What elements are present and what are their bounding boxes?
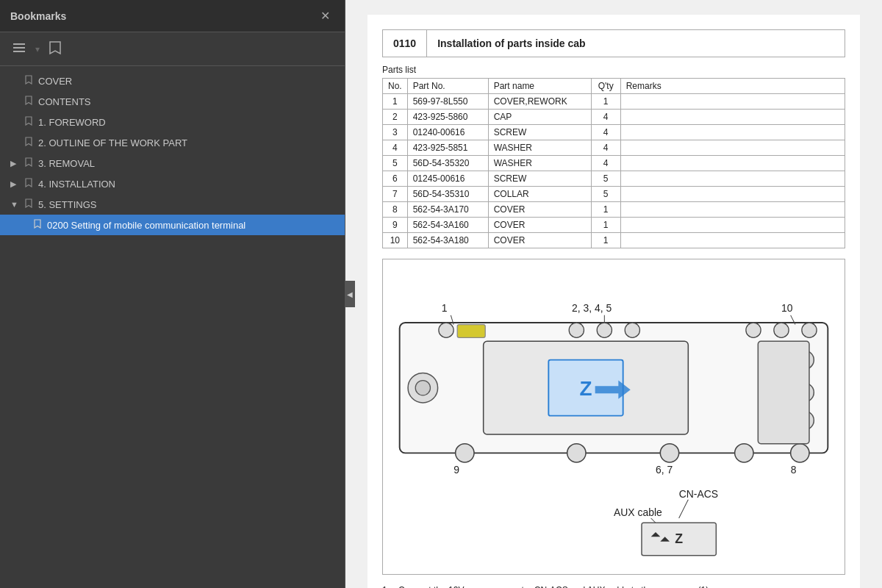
table-cell: COVER bbox=[488, 218, 591, 233]
svg-point-15 bbox=[439, 323, 453, 337]
table-row: 8562-54-3A170COVER1 bbox=[383, 202, 845, 218]
table-row: 301240-00616SCREW4 bbox=[383, 125, 845, 140]
table-cell bbox=[620, 156, 845, 171]
svg-rect-16 bbox=[457, 325, 485, 338]
table-cell: COVER,REWORK bbox=[488, 94, 591, 110]
table-cell: 4 bbox=[383, 140, 408, 156]
svg-rect-1 bbox=[13, 47, 25, 49]
svg-point-17 bbox=[569, 323, 584, 337]
sidebar-toolbar: ▾ bbox=[0, 32, 345, 66]
sidebar-item-label-cover: COVER bbox=[38, 76, 72, 87]
sidebar-item-label-installation: 4. INSTALLATION bbox=[38, 179, 115, 190]
table-cell bbox=[620, 233, 845, 248]
diagram-label-10: 10 bbox=[781, 302, 793, 314]
table-cell: 1 bbox=[591, 94, 620, 110]
table-cell: COVER bbox=[488, 233, 591, 248]
svg-point-24 bbox=[791, 444, 809, 462]
diagram-label-cnacs: CN-ACS bbox=[679, 488, 718, 500]
table-cell: WASHER bbox=[488, 156, 591, 171]
bookmark-icon-installation bbox=[25, 178, 32, 190]
document-section: 0110 Installation of parts inside cab Pa… bbox=[368, 15, 860, 588]
parts-diagram: Z bbox=[390, 267, 837, 564]
sidebar-item-foreword[interactable]: 1. FOREWORD bbox=[0, 112, 345, 132]
bookmark-icon-cover bbox=[25, 75, 32, 87]
col-header-remarks: Remarks bbox=[620, 79, 845, 94]
table-row: 4423-925-5851WASHER4 bbox=[383, 140, 845, 156]
expand-spacer bbox=[10, 76, 21, 85]
table-cell: 01245-00616 bbox=[407, 171, 488, 187]
section-header: 0110 Installation of parts inside cab bbox=[382, 29, 845, 57]
sidebar-item-label-removal: 3. REMOVAL bbox=[38, 158, 95, 169]
parts-table-body: 1569-97-8L550COVER,REWORK12423-925-5860C… bbox=[383, 94, 845, 248]
table-cell: 56D-54-35320 bbox=[407, 156, 488, 171]
instruction-item: 1.Connect the 12V power connector CN-ACS… bbox=[382, 585, 845, 588]
expand-settings[interactable]: ▼ bbox=[10, 200, 21, 209]
col-header-partname: Part name bbox=[488, 79, 591, 94]
table-cell: 1 bbox=[591, 233, 620, 248]
table-cell: COLLAR bbox=[488, 187, 591, 202]
svg-point-12 bbox=[746, 323, 761, 337]
expand-spacer-2 bbox=[10, 97, 21, 106]
bookmark-icon-contents bbox=[25, 96, 32, 107]
sidebar-item-label-contents: CONTENTS bbox=[38, 96, 91, 107]
sidebar-content: COVER CONTENTS 1. FOREWORD 2. OUTLINE OF bbox=[0, 66, 345, 588]
sidebar-item-installation[interactable]: ▶ 4. INSTALLATION bbox=[0, 173, 345, 194]
diagram-label-9: 9 bbox=[453, 464, 459, 476]
table-cell: 423-925-5851 bbox=[407, 140, 488, 156]
sidebar-item-label-settings: 5. SETTINGS bbox=[38, 199, 96, 210]
sidebar-item-outline[interactable]: 2. OUTLINE OF THE WORK PART bbox=[0, 132, 345, 153]
table-cell bbox=[620, 187, 845, 202]
main-content: 0110 Installation of parts inside cab Pa… bbox=[345, 0, 882, 588]
col-header-no: No. bbox=[383, 79, 408, 94]
sidebar-item-removal[interactable]: ▶ 3. REMOVAL bbox=[0, 153, 345, 173]
table-cell: 4 bbox=[591, 156, 620, 171]
table-cell: 562-54-3A160 bbox=[407, 218, 488, 233]
instruction-list: 1.Connect the 12V power connector CN-ACS… bbox=[382, 585, 845, 588]
table-cell: SCREW bbox=[488, 171, 591, 187]
table-row: 1569-97-8L550COVER,REWORK1 bbox=[383, 94, 845, 110]
table-cell: 10 bbox=[383, 233, 408, 248]
sidebar-item-cover[interactable]: COVER bbox=[0, 71, 345, 91]
sidebar-item-label-outline: 2. OUTLINE OF THE WORK PART bbox=[38, 137, 187, 148]
table-cell: 56D-54-35310 bbox=[407, 187, 488, 202]
diagram-label-8: 8 bbox=[791, 464, 797, 476]
expand-installation[interactable]: ▶ bbox=[10, 179, 21, 189]
expand-removal[interactable]: ▶ bbox=[10, 159, 21, 168]
sidebar-header: Bookmarks ✕ bbox=[0, 0, 345, 32]
svg-rect-25 bbox=[758, 341, 809, 443]
col-header-partno: Part No. bbox=[407, 79, 488, 94]
table-cell: 4 bbox=[591, 125, 620, 140]
svg-point-19 bbox=[625, 323, 639, 337]
sidebar-item-contents[interactable]: CONTENTS bbox=[0, 91, 345, 112]
table-cell bbox=[620, 202, 845, 218]
table-cell: 5 bbox=[591, 171, 620, 187]
sidebar-collapse-button[interactable]: ◀ bbox=[345, 281, 355, 307]
bookmark-icon-removal bbox=[25, 157, 32, 169]
svg-point-13 bbox=[774, 323, 789, 337]
sidebar-item-settings-0200[interactable]: 0200 Setting of mobile communication ter… bbox=[0, 215, 345, 235]
bookmark-icon bbox=[49, 40, 62, 57]
table-cell bbox=[620, 171, 845, 187]
table-row: 556D-54-35320WASHER4 bbox=[383, 156, 845, 171]
bookmark-icon-button[interactable] bbox=[44, 38, 66, 60]
table-cell: 1 bbox=[591, 218, 620, 233]
list-view-button[interactable] bbox=[7, 38, 31, 60]
table-cell: WASHER bbox=[488, 140, 591, 156]
table-cell bbox=[620, 140, 845, 156]
table-cell: 5 bbox=[591, 187, 620, 202]
bookmark-icon-foreword bbox=[25, 116, 32, 128]
parts-list-label: Parts list bbox=[382, 65, 845, 75]
sidebar-title: Bookmarks bbox=[10, 10, 66, 22]
table-cell: SCREW bbox=[488, 125, 591, 140]
table-cell: 8 bbox=[383, 202, 408, 218]
table-cell: 9 bbox=[383, 218, 408, 233]
table-row: 601245-00616SCREW5 bbox=[383, 171, 845, 187]
sidebar-close-button[interactable]: ✕ bbox=[316, 7, 334, 24]
table-cell: 5 bbox=[383, 156, 408, 171]
sidebar-item-settings[interactable]: ▼ 5. SETTINGS bbox=[0, 194, 345, 215]
svg-point-22 bbox=[660, 444, 678, 462]
diagram-label-67: 6, 7 bbox=[656, 464, 673, 476]
table-cell: 562-54-3A180 bbox=[407, 233, 488, 248]
expand-spacer-4 bbox=[10, 138, 21, 147]
svg-point-8 bbox=[415, 381, 430, 395]
